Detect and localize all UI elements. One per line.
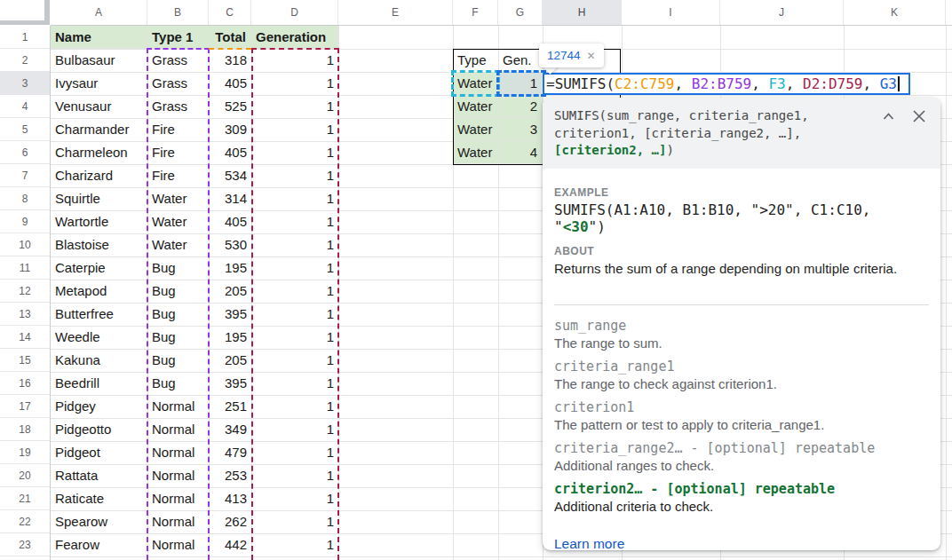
- cell-A16[interactable]: Beedrill: [51, 372, 147, 395]
- cell-D7[interactable]: 1: [251, 164, 338, 187]
- cell-A13[interactable]: Butterfree: [51, 303, 147, 326]
- cell-B5[interactable]: Fire: [147, 118, 209, 141]
- cell-A20[interactable]: Rattata: [51, 464, 147, 487]
- column-header-D[interactable]: D: [251, 0, 338, 25]
- cell-B19[interactable]: Normal: [147, 441, 209, 464]
- row-header-16[interactable]: 16: [0, 372, 50, 395]
- cell-C18[interactable]: 349: [209, 418, 251, 441]
- cell-C4[interactable]: 525: [209, 95, 251, 118]
- column-header-I[interactable]: I: [622, 0, 720, 25]
- cell-F4[interactable]: Water: [453, 95, 498, 118]
- cell-A19[interactable]: Pidgeot: [51, 441, 147, 464]
- cell-C19[interactable]: 479: [209, 441, 251, 464]
- cell-A9[interactable]: Wartortle: [51, 210, 147, 233]
- cell-D8[interactable]: 1: [251, 187, 338, 210]
- cell-G2[interactable]: Gen.: [498, 49, 543, 72]
- cell-C5[interactable]: 309: [209, 118, 251, 141]
- row-header-18[interactable]: 18: [0, 418, 50, 441]
- cell-B12[interactable]: Bug: [147, 280, 209, 303]
- cell-C15[interactable]: 205: [209, 349, 251, 372]
- cell-C12[interactable]: 205: [209, 280, 251, 303]
- cell-B22[interactable]: Normal: [147, 510, 209, 533]
- row-header-19[interactable]: 19: [0, 441, 50, 464]
- cell-A12[interactable]: Metapod: [51, 280, 147, 303]
- cell-A11[interactable]: Caterpie: [51, 256, 147, 280]
- cell-A2[interactable]: Bulbasaur: [51, 49, 147, 72]
- select-all-corner[interactable]: [0, 0, 51, 26]
- cell-A4[interactable]: Venusaur: [51, 95, 147, 118]
- cell-D11[interactable]: 1: [251, 256, 338, 280]
- cell-A8[interactable]: Squirtle: [51, 187, 147, 210]
- cell-B9[interactable]: Water: [147, 210, 209, 233]
- cell-C7[interactable]: 534: [209, 164, 251, 187]
- cell-C2[interactable]: 318: [209, 49, 251, 72]
- cell-D17[interactable]: 1: [251, 395, 338, 418]
- row-header-5[interactable]: 5: [0, 118, 50, 141]
- cell-A6[interactable]: Charmeleon: [51, 141, 147, 164]
- column-header-H[interactable]: H: [543, 0, 622, 25]
- cell-D12[interactable]: 1: [251, 280, 338, 303]
- column-header-K[interactable]: K: [844, 0, 946, 25]
- cell-B16[interactable]: Bug: [147, 372, 209, 395]
- cell-A10[interactable]: Blastoise: [51, 233, 147, 256]
- cell-B21[interactable]: Normal: [147, 487, 209, 510]
- row-header-2[interactable]: 2: [0, 49, 50, 72]
- cell-B11[interactable]: Bug: [147, 256, 209, 280]
- cell-A14[interactable]: Weedle: [51, 326, 147, 349]
- row-header-12[interactable]: 12: [0, 280, 50, 303]
- cell-D3[interactable]: 1: [251, 72, 338, 95]
- header-cell-B1[interactable]: Type 1: [147, 26, 209, 49]
- cell-C16[interactable]: 395: [209, 372, 251, 395]
- header-cell-D1[interactable]: Generation: [251, 26, 338, 49]
- cell-F3[interactable]: Water: [453, 72, 498, 95]
- cell-B3[interactable]: Grass: [147, 72, 209, 95]
- cell-A17[interactable]: Pidgey: [51, 395, 147, 418]
- header-cell-C1[interactable]: Total: [209, 26, 251, 49]
- row-header-7[interactable]: 7: [0, 164, 50, 187]
- cell-B20[interactable]: Normal: [147, 464, 209, 487]
- cell-D15[interactable]: 1: [251, 349, 338, 372]
- cell-F5[interactable]: Water: [453, 118, 498, 141]
- cell-C17[interactable]: 251: [209, 395, 251, 418]
- column-header-F[interactable]: F: [453, 0, 498, 25]
- row-header-4[interactable]: 4: [0, 95, 50, 118]
- cell-D20[interactable]: 1: [251, 464, 338, 487]
- cell-G5[interactable]: 3: [498, 118, 543, 141]
- cell-C10[interactable]: 530: [209, 233, 251, 256]
- cell-A7[interactable]: Charizard: [51, 164, 147, 187]
- cell-C13[interactable]: 395: [209, 303, 251, 326]
- cell-A23[interactable]: Fearow: [51, 533, 147, 556]
- cell-D16[interactable]: 1: [251, 372, 338, 395]
- cell-G4[interactable]: 2: [498, 95, 543, 118]
- cell-C11[interactable]: 195: [209, 256, 251, 280]
- cell-D6[interactable]: 1: [251, 141, 338, 164]
- cell-D4[interactable]: 1: [251, 95, 338, 118]
- cell-B14[interactable]: Bug: [147, 326, 209, 349]
- cell-D2[interactable]: 1: [251, 49, 338, 72]
- cell-C14[interactable]: 195: [209, 326, 251, 349]
- cell-D14[interactable]: 1: [251, 326, 338, 349]
- row-header-22[interactable]: 22: [0, 510, 50, 533]
- cell-A3[interactable]: Ivysaur: [51, 72, 147, 95]
- cell-A5[interactable]: Charmander: [51, 118, 147, 141]
- cell-D10[interactable]: 1: [251, 233, 338, 256]
- cell-D13[interactable]: 1: [251, 303, 338, 326]
- row-header-15[interactable]: 15: [0, 349, 50, 372]
- cell-A22[interactable]: Spearow: [51, 510, 147, 533]
- row-header-23[interactable]: 23: [0, 533, 50, 556]
- row-header-14[interactable]: 14: [0, 326, 50, 349]
- cell-C23[interactable]: 442: [209, 533, 251, 556]
- cell-B18[interactable]: Normal: [147, 418, 209, 441]
- learn-more-link[interactable]: Learn more: [554, 536, 624, 551]
- column-header-C[interactable]: C: [209, 0, 251, 25]
- cell-D21[interactable]: 1: [251, 487, 338, 510]
- cell-C22[interactable]: 262: [209, 510, 251, 533]
- cell-C20[interactable]: 253: [209, 464, 251, 487]
- cell-B2[interactable]: Grass: [147, 49, 209, 72]
- cell-A21[interactable]: Raticate: [51, 487, 147, 510]
- column-header-E[interactable]: E: [338, 0, 453, 25]
- cell-D18[interactable]: 1: [251, 418, 338, 441]
- cell-B17[interactable]: Normal: [147, 395, 209, 418]
- column-header-A[interactable]: A: [51, 0, 147, 25]
- header-cell-A1[interactable]: Name: [51, 26, 147, 49]
